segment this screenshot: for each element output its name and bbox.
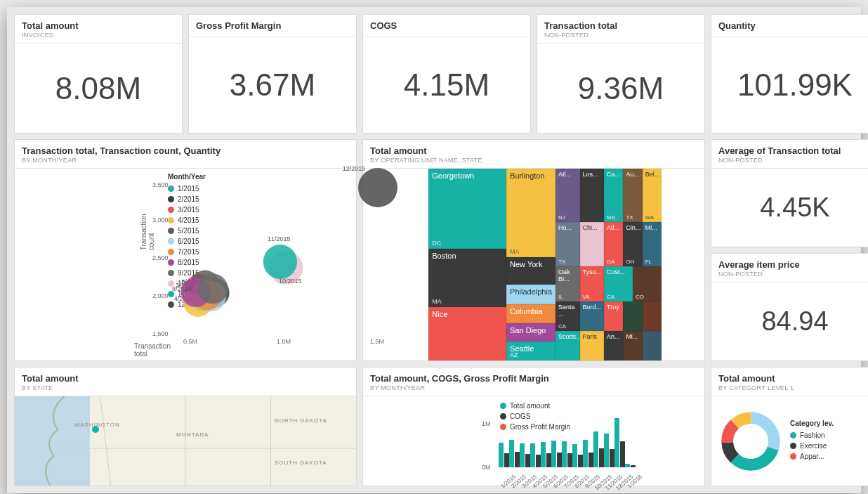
- tm-label: New York: [510, 260, 542, 268]
- treemap-chart-card[interactable]: Total amount BY OPERATING UNIT NAME, STA…: [362, 139, 705, 361]
- kpi-avg-item-price[interactable]: Average item price NON-POSTED 84.94: [711, 253, 868, 361]
- kpi-sub: INVOICED: [22, 32, 175, 39]
- dashboard-grid: Total amount INVOICED 8.08M Gross Profit…: [7, 7, 861, 493]
- kpi-value: 101.99K: [737, 67, 853, 103]
- bar-group[interactable]: 11/2015: [604, 434, 614, 467]
- scatter-chart-card[interactable]: Transaction total, Transaction count, Qu…: [14, 139, 357, 361]
- kpi-title: Average item price: [718, 259, 868, 270]
- bar-group[interactable]: 9/2015: [583, 440, 593, 467]
- legend-item[interactable]: 2/2015: [168, 195, 228, 203]
- tm-label: San Diego: [510, 326, 546, 334]
- y-tick: 1,500: [152, 330, 169, 337]
- tm-label: Georgetown: [432, 171, 474, 180]
- donut-legend: Category lev. Fashion Exercise Appar...: [782, 420, 868, 463]
- scatter-legend: Month/Year 1/20152/20153/20154/20155/201…: [165, 169, 231, 360]
- map-chart-card[interactable]: Total amount BY STATE WASHINGTON MONTANA…: [14, 367, 357, 486]
- legend-item: Appar...: [800, 453, 824, 460]
- chart-sub: BY STATE: [22, 384, 349, 391]
- chart-sub: BY MONTH/YEAR: [22, 157, 349, 164]
- kpi-sub: NON-POSTED: [718, 157, 868, 164]
- treemap[interactable]: GeorgetownDC BostonMA Nice BurlingtonMA …: [428, 169, 638, 360]
- legend-item[interactable]: 8/2015: [168, 259, 228, 266]
- tm-label: Boston: [432, 252, 456, 260]
- kpi-value: 9.36M: [578, 71, 664, 106]
- kpi-sub: NON-POSTED: [544, 32, 697, 39]
- map-state-label: SOUTH DAKOTA: [275, 460, 327, 466]
- y-tick: 1M: [482, 420, 491, 427]
- y-tick: 2,500: [152, 254, 169, 261]
- bubble-label: 12/2015: [343, 165, 366, 172]
- x-axis-label: Transaction total: [134, 342, 171, 358]
- kpi-title: Total amount: [22, 20, 175, 31]
- chart-title: Total amount, COGS, Gross Profit Margin: [370, 373, 697, 384]
- donut-visual[interactable]: [720, 410, 782, 472]
- kpi-value: 8.08M: [55, 71, 141, 106]
- scatter-bubble[interactable]: [198, 274, 228, 304]
- x-tick: 1.0M: [277, 338, 291, 345]
- y-tick: 3,000: [152, 216, 169, 223]
- chart-title: Total amount: [370, 145, 697, 156]
- legend-item[interactable]: 3/2015: [168, 206, 228, 214]
- chart-title: Transaction total, Transaction count, Qu…: [22, 145, 349, 156]
- scatter-bubble[interactable]: [263, 245, 297, 279]
- kpi-value: 3.67M: [230, 67, 315, 103]
- legend-item: Fashion: [800, 431, 825, 439]
- kpi-value: 84.94: [761, 306, 828, 337]
- bubble-label: 8/2015: [172, 285, 192, 292]
- kpi-cogs[interactable]: COGS 4.15M: [362, 14, 531, 134]
- x-tick: 0.5M: [183, 338, 197, 345]
- bar-group[interactable]: 1/2016: [625, 464, 636, 467]
- bar-group[interactable]: 10/2015: [593, 431, 604, 467]
- legend-title: Category lev.: [790, 420, 868, 427]
- bar-group[interactable]: 7/2015: [562, 441, 572, 467]
- y-tick: 2,000: [152, 292, 169, 299]
- bar-group[interactable]: 3/2015: [520, 443, 530, 467]
- map-state-label: NORTH DAKOTA: [275, 417, 327, 424]
- donut-chart-card[interactable]: Total amount BY CATEGORY LEVEL 1 Categor…: [711, 367, 868, 486]
- bar-group[interactable]: 2/2015: [509, 440, 520, 467]
- legend-item[interactable]: 7/2015: [168, 248, 228, 256]
- bar-group[interactable]: 12/2015: [614, 418, 625, 467]
- legend-title: Month/Year: [168, 173, 228, 181]
- legend-item[interactable]: 5/2015: [168, 227, 228, 235]
- kpi-title: Gross Profit Margin: [196, 20, 349, 31]
- kpi-value: 4.15M: [404, 67, 489, 103]
- legend-item: COGS: [510, 412, 530, 420]
- chart-sub: BY OPERATING UNIT NAME, STATE: [370, 157, 697, 164]
- kpi-title: Quantity: [718, 20, 868, 31]
- scatter-bubble[interactable]: [358, 168, 397, 207]
- map-visual[interactable]: WASHINGTON MONTANA NORTH DAKOTA SOUTH DA…: [15, 396, 356, 486]
- barline-chart-card[interactable]: Total amount, COGS, Gross Profit Margin …: [362, 367, 705, 486]
- tm-label: Nice: [432, 310, 447, 318]
- kpi-title: Average of Transaction total: [718, 145, 868, 156]
- barline-plot[interactable]: 0M 1M 1/20152/20153/20154/20155/20156/20…: [479, 396, 497, 486]
- bar-group[interactable]: 6/2015: [551, 441, 562, 467]
- kpi-gross-profit-margin[interactable]: Gross Profit Margin 3.67M: [188, 14, 357, 134]
- kpi-transaction-total[interactable]: Transaction total NON-POSTED 9.36M: [537, 14, 705, 134]
- kpi-total-amount[interactable]: Total amount INVOICED 8.08M: [14, 14, 183, 134]
- kpi-sub: NON-POSTED: [718, 271, 868, 278]
- bubble-label: 11/2015: [268, 235, 291, 242]
- legend-item[interactable]: 1/2015: [168, 185, 228, 193]
- kpi-avg-transaction-total[interactable]: Average of Transaction total NON-POSTED …: [711, 139, 868, 247]
- chart-title: Total amount: [718, 373, 868, 384]
- kpi-quantity[interactable]: Quantity 101.99K: [711, 14, 868, 134]
- legend-item: Exercise: [800, 442, 827, 450]
- chart-sub: BY MONTH/YEAR: [370, 384, 697, 391]
- legend-item[interactable]: 6/2015: [168, 238, 228, 245]
- bar-group[interactable]: 5/2015: [541, 442, 551, 467]
- bar-group[interactable]: 8/2015: [572, 444, 583, 467]
- y-tick: 0M: [482, 464, 491, 471]
- tm-label: Burlington: [510, 171, 545, 180]
- chart-sub: BY CATEGORY LEVEL 1: [718, 384, 868, 391]
- kpi-title: COGS: [370, 20, 523, 31]
- scatter-plot[interactable]: Transaction count Transaction total 1,50…: [140, 169, 165, 360]
- legend-item: Total amount: [510, 402, 550, 410]
- map-data-point[interactable]: [92, 426, 99, 433]
- x-tick: 1.5M: [370, 338, 384, 345]
- legend-item[interactable]: 4/2015: [168, 216, 228, 224]
- kpi-title: Transaction total: [544, 20, 697, 31]
- bar-group[interactable]: 1/2015: [499, 443, 509, 467]
- bar-group[interactable]: 4/2015: [530, 443, 541, 467]
- y-tick: 3,500: [152, 181, 169, 188]
